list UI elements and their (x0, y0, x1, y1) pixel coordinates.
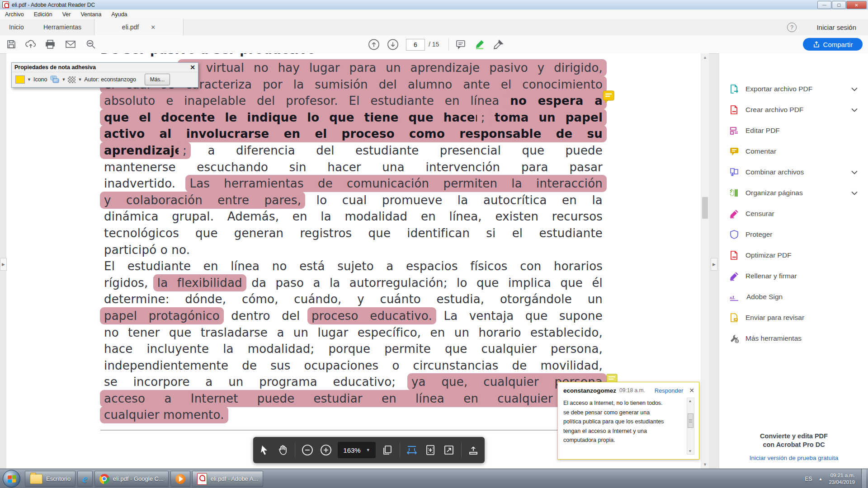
tools-panel-item-3[interactable]: Comentar (719, 141, 868, 162)
note-style-dropdown-icon[interactable]: ▼ (62, 77, 66, 82)
more-button[interactable]: Más... (145, 74, 170, 85)
save-icon[interactable] (5, 38, 17, 50)
taskbar-button-media-player-icon[interactable] (170, 471, 190, 487)
menu-item-3[interactable]: Ventana (75, 9, 106, 19)
document-line: papel protagónico dentro del proceso edu… (104, 308, 603, 324)
select-tool-icon[interactable] (258, 443, 271, 457)
dialog-close-icon[interactable]: ✕ (190, 64, 195, 71)
print-icon[interactable] (44, 38, 56, 50)
chevron-down-icon[interactable] (851, 108, 858, 112)
fit-width-icon[interactable] (406, 443, 419, 457)
tools-panel-item-11[interactable]: Enviar para revisar (719, 307, 868, 328)
collapse-toolbar-icon[interactable] (467, 443, 480, 457)
email-icon[interactable] (65, 38, 76, 50)
tools-panel-item-10[interactable]: xLAdobe Sign (719, 286, 868, 307)
note-properties-dialog[interactable]: Propiedades de nota adhesiva ✕ ▼ Icono ▼… (11, 62, 198, 88)
zoom-level-dropdown[interactable]: 163% ▼ (338, 442, 375, 458)
document-heading: De ser pasivo a ser productivo (100, 53, 316, 58)
fill-sign-tool-icon[interactable] (493, 38, 505, 50)
zoom-out-icon[interactable] (301, 443, 314, 457)
hand-tool-icon[interactable] (276, 443, 289, 457)
taskbar-button-escritorio[interactable]: Escritorio (25, 471, 75, 487)
tab-close-icon[interactable]: ✕ (151, 24, 156, 31)
menu-item-1[interactable]: Edición (29, 9, 57, 19)
comment-popup[interactable]: econstanzogomez 09:18 a.m. Responder ✕ E… (557, 382, 699, 460)
opacity-dropdown-icon[interactable]: ▼ (78, 77, 82, 82)
start-button[interactable] (3, 470, 20, 488)
next-page-icon[interactable] (387, 38, 399, 50)
show-desktop-button[interactable] (861, 469, 866, 488)
tray-expand-icon[interactable]: ▲ (819, 477, 823, 481)
taskbar-button-label: Escritorio (46, 475, 71, 482)
document-line: que el docente le indique lo que tiene q… (104, 109, 603, 126)
comment-body: El acceso a Internet, no lo tienen todos… (563, 399, 666, 445)
fullscreen-icon[interactable] (443, 443, 456, 457)
scroll-up-icon[interactable]: ▲ (701, 55, 709, 60)
chevron-down-icon[interactable] (851, 87, 858, 91)
tools-panel-item-6[interactable]: Censurar (719, 203, 868, 224)
document-line: El estudiante en línea no está sujeto a … (104, 258, 603, 275)
document-line: cualquier momento. (104, 407, 603, 423)
scroll-thumb[interactable] (702, 197, 708, 219)
tools-panel-item-4[interactable]: Combinar archivos (719, 162, 868, 183)
menu-item-2[interactable]: Ver (57, 9, 76, 19)
taskbar-button-eli.pdf[interactable]: eli.pdf - Google C... (94, 471, 169, 487)
organize-pages-icon (729, 188, 739, 198)
note-color-swatch[interactable] (15, 75, 25, 84)
taskbar-button-eli.pdf[interactable]: eli.pdf - Adobe A... (192, 471, 264, 487)
redact-icon (729, 209, 739, 219)
right-panel-toggle[interactable]: ▶ (711, 258, 717, 271)
tab-inicio[interactable]: Inicio (9, 19, 24, 35)
scroll-down-icon[interactable]: ▼ (701, 462, 709, 467)
comment-scrollbar[interactable]: ▲ ▼ (687, 398, 694, 455)
left-panel-toggle[interactable]: ▶ (0, 258, 7, 271)
reply-link[interactable]: Responder (655, 387, 684, 394)
tab-document[interactable]: eli.pdf ✕ (94, 19, 184, 35)
tools-panel-item-9[interactable]: Rellenar y firmar (719, 266, 868, 286)
menu-item-0[interactable]: Archivo (0, 9, 29, 19)
share-button[interactable]: Compartir (803, 38, 863, 51)
comment-close-icon[interactable]: ✕ (689, 387, 694, 394)
tools-panel-item-7[interactable]: Proteger (719, 224, 868, 245)
color-dropdown-icon[interactable]: ▼ (27, 77, 31, 82)
minimize-button[interactable]: — (817, 1, 831, 9)
tools-panel-item-5[interactable]: Organizar páginas (719, 183, 868, 203)
media-player-icon (175, 474, 185, 484)
close-button[interactable]: ✕ (846, 1, 867, 9)
document-scrollbar[interactable]: ▲ ▼ (701, 53, 709, 469)
chevron-down-icon[interactable] (851, 191, 858, 195)
taskbar-clock[interactable]: 09:21 a.m. 23/04/2019 (829, 472, 855, 486)
free-trial-link[interactable]: Iniciar versión de prueba gratuita (750, 455, 839, 461)
taskbar-button-internet-explorer-icon[interactable]: e (77, 471, 93, 487)
tab-herramientas[interactable]: Herramientas (43, 19, 81, 35)
language-indicator[interactable]: ES (805, 476, 812, 482)
tools-panel-item-1[interactable]: Crear archivo PDF (719, 99, 868, 120)
zoom-in-icon[interactable] (319, 443, 332, 457)
help-icon[interactable]: ? (787, 23, 797, 32)
window-title: eli.pdf - Adobe Acrobat Reader DC (12, 2, 95, 8)
maximize-button[interactable]: ▢ (832, 1, 846, 9)
highlighter-tool-icon[interactable] (474, 38, 486, 50)
adobe-reader-app-icon (2, 1, 9, 8)
document-line: se incorpore a un programa educativo; ya… (104, 374, 603, 390)
upload-cloud-icon[interactable] (25, 38, 37, 50)
document-line: mantenerse escuchando sin hacer una inte… (104, 159, 603, 176)
tools-panel-item-8[interactable]: Optimizar PDF (719, 245, 868, 266)
page-view-icon[interactable] (381, 443, 394, 457)
tools-panel-item-12[interactable]: Más herramientas (719, 328, 868, 349)
sticky-note-icon[interactable] (603, 90, 615, 104)
opacity-icon[interactable] (68, 76, 75, 83)
note-style-icon[interactable] (50, 75, 60, 84)
search-icon[interactable] (85, 38, 97, 50)
menu-item-4[interactable]: Ayuda (106, 9, 132, 19)
sign-in-link[interactable]: Iniciar sesión (816, 19, 856, 35)
previous-page-icon[interactable] (368, 38, 380, 50)
chevron-down-icon[interactable] (851, 170, 858, 174)
comment-tool-icon[interactable] (455, 38, 467, 50)
tools-panel-item-label: Adobe Sign (746, 293, 783, 301)
document-line: tecnológicos que generan registros que i… (104, 225, 603, 242)
tools-panel-item-2[interactable]: Editar PDF (719, 120, 868, 141)
page-number-input[interactable]: 6 (406, 39, 425, 51)
fit-page-icon[interactable] (424, 443, 437, 457)
tools-panel-item-0[interactable]: Exportar archivo PDF (719, 79, 868, 99)
